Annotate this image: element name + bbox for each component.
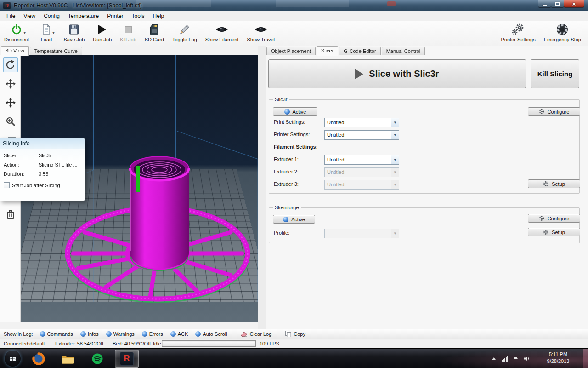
- title-bar[interactable]: R Repetier-Host V0.90C - ListViewItem: {…: [0, 0, 588, 12]
- taskbar-firefox[interactable]: [27, 350, 51, 368]
- menu-help[interactable]: Help: [149, 12, 169, 21]
- maximize-button[interactable]: [551, 0, 564, 8]
- printer-settings-dropdown[interactable]: Untitled ▼: [324, 130, 399, 140]
- log-toggle-errors[interactable]: Errors: [139, 330, 166, 338]
- log-toggle-commands[interactable]: Commands: [37, 330, 76, 338]
- panel-splitter[interactable]: [258, 46, 266, 329]
- menu-printer[interactable]: Printer: [103, 12, 127, 21]
- kill-slicing-button[interactable]: Kill Slicing: [531, 59, 579, 88]
- rotate-view-tool[interactable]: [3, 58, 18, 72]
- power-icon: [11, 23, 22, 35]
- play-icon: [355, 69, 363, 79]
- skeinforge-configure-button[interactable]: Configure: [528, 214, 580, 223]
- toggle-log-button[interactable]: Toggle Log: [168, 21, 201, 46]
- slic3r-setup-button[interactable]: Setup: [528, 179, 580, 188]
- close-button[interactable]: ×: [564, 0, 584, 8]
- delete-object-tool[interactable]: [3, 207, 18, 222]
- show-desktop-button[interactable]: [583, 349, 588, 368]
- repetier-host-window: R Repetier-Host V0.90C - ListViewItem: {…: [0, 0, 588, 368]
- toolbar-separator: [278, 331, 278, 338]
- skeinforge-active-button[interactable]: Active: [273, 215, 315, 224]
- log-toggle-ack[interactable]: ACK: [167, 330, 192, 338]
- tab-3d-view[interactable]: 3D View: [1, 46, 29, 56]
- extruder-3-dropdown: Untitled ▼: [324, 180, 399, 190]
- eye-icon: [215, 25, 229, 34]
- sd-card-button[interactable]: SD Card: [141, 21, 168, 46]
- move-object-icon: [6, 98, 16, 108]
- slicing-info-row: Duration: 3:55: [4, 171, 81, 177]
- right-tabstrip: Object Placement Slicer G-Code Editor Ma…: [266, 46, 426, 55]
- chevron-down-icon: ▼: [391, 180, 399, 189]
- gear-icon: [539, 109, 545, 115]
- chevron-up-icon: [492, 357, 496, 361]
- background-window-artifact: [136, 0, 211, 7]
- taskbar-clock[interactable]: 5:11 PM 9/28/2013: [538, 351, 578, 365]
- filament-settings-label: Filament Settings:: [274, 144, 317, 150]
- start-button[interactable]: [5, 351, 21, 367]
- speaker-icon: [524, 356, 530, 362]
- connection-status: Connected:default: [4, 341, 45, 346]
- slice-with-slic3r-button[interactable]: Slice with Slic3r: [268, 59, 526, 88]
- chevron-down-icon: ▼: [23, 31, 26, 34]
- eraser-icon: [241, 331, 248, 337]
- log-toolbar: Show in Log: Commands Infos Warnings Err…: [0, 329, 588, 339]
- move-object-tool[interactable]: [3, 95, 18, 110]
- disconnect-button[interactable]: ▼ Disconnect: [0, 21, 36, 46]
- blue-sphere-icon: [195, 331, 201, 337]
- minimize-button[interactable]: [538, 0, 551, 8]
- start-job-after-slicing-checkbox[interactable]: [4, 182, 10, 188]
- toolbar-spacer: [279, 21, 497, 46]
- taskbar-repetier-host[interactable]: R: [115, 350, 139, 368]
- tray-network[interactable]: [501, 349, 509, 368]
- tray-expand-button[interactable]: [490, 349, 498, 368]
- log-toggle-warnings[interactable]: Warnings: [103, 330, 138, 338]
- menu-tools[interactable]: Tools: [128, 12, 149, 21]
- left-tabstrip: 3D View Temperature Curve: [1, 46, 83, 55]
- emergency-stop-button[interactable]: Emergency Stop: [540, 21, 585, 46]
- show-travel-button[interactable]: Show Travel: [243, 21, 279, 46]
- tab-object-placement[interactable]: Object Placement: [266, 47, 316, 55]
- move-view-tool[interactable]: [3, 76, 18, 91]
- menu-temperature[interactable]: Temperature: [64, 12, 103, 21]
- tab-slicer[interactable]: Slicer: [317, 46, 339, 56]
- tab-temperature-curve[interactable]: Temperature Curve: [30, 47, 82, 55]
- floppy-icon: [68, 24, 79, 35]
- window-title: Repetier-Host V0.90C - ListViewItem: {Sp…: [14, 2, 142, 9]
- extruder-temperature: Extruder: 58.54°C/Off: [55, 341, 103, 346]
- taskbar-explorer[interactable]: [56, 350, 80, 368]
- save-job-button[interactable]: Save Job: [59, 21, 89, 46]
- blue-sphere-icon: [283, 217, 288, 222]
- extruder-1-dropdown[interactable]: Untitled ▼: [324, 155, 399, 165]
- tab-manual-control[interactable]: Manual Control: [382, 47, 425, 55]
- log-toggle-infos[interactable]: Infos: [77, 330, 102, 338]
- print-settings-label: Print Settings:: [274, 119, 305, 125]
- zoom-tool[interactable]: [3, 114, 18, 129]
- tray-volume[interactable]: [523, 349, 531, 368]
- slicing-info-row: Slicer: Slic3r: [4, 153, 81, 158]
- fps-counter: 109 FPS: [260, 341, 279, 346]
- slic3r-groupbox: Slic3r Active Configure Print Settings: …: [269, 99, 580, 194]
- menu-view[interactable]: View: [19, 12, 40, 21]
- tab-gcode-editor[interactable]: G-Code Editor: [339, 47, 380, 55]
- gear-icon: [543, 229, 549, 235]
- magnifier-icon: [6, 116, 16, 126]
- clear-log-button[interactable]: Clear Log: [237, 330, 275, 338]
- slic3r-active-button[interactable]: Active: [273, 107, 317, 116]
- run-job-button[interactable]: Run Job: [89, 21, 116, 46]
- slic3r-configure-button[interactable]: Configure: [528, 107, 580, 116]
- tray-action-center[interactable]: [512, 349, 520, 368]
- show-filament-button[interactable]: Show Filament: [201, 21, 243, 46]
- slicer-tab-page: Slice with Slic3r Kill Slicing Slic3r Ac…: [266, 56, 588, 329]
- checkbox-label: Start Job after Slicing: [12, 183, 60, 188]
- document-icon: [42, 23, 51, 35]
- right-panel: Object Placement Slicer G-Code Editor Ma…: [266, 46, 588, 329]
- skeinforge-setup-button[interactable]: Setup: [528, 228, 580, 236]
- menu-config[interactable]: Config: [40, 12, 64, 21]
- copy-button[interactable]: Copy: [282, 329, 309, 339]
- taskbar-spotify[interactable]: [85, 350, 109, 368]
- printer-settings-button[interactable]: Printer Settings: [497, 21, 539, 46]
- main-toolbar: ▼ Disconnect ▼ Load Save Job Run Job Kil…: [0, 21, 588, 46]
- load-button[interactable]: ▼ Load: [36, 21, 59, 46]
- print-settings-dropdown[interactable]: Untitled ▼: [324, 118, 399, 127]
- menu-file[interactable]: File: [2, 12, 19, 21]
